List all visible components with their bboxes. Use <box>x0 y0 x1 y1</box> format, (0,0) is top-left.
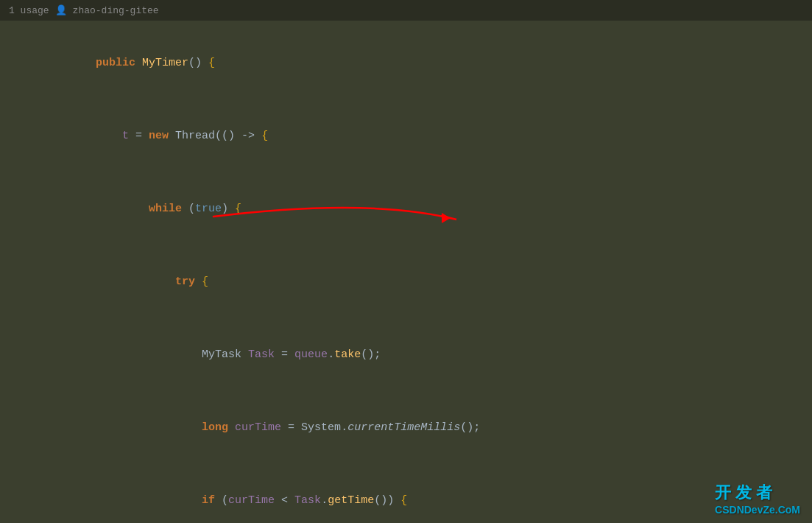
watermark-line1: 开 发 者 <box>715 482 800 504</box>
code-line-7: if (curTime < Task.getTime()) { <box>0 464 812 523</box>
watermark-line2: CSDNDevZe.CoM <box>715 504 800 516</box>
code-line-4: try { <box>0 245 812 318</box>
usage-label: 1 usage <box>9 5 49 16</box>
code-line-3: while (true) { <box>0 172 812 245</box>
code-editor: public MyTimer() { t = new Thread(() -> … <box>0 21 812 523</box>
code-line-2: t = new Thread(() -> { <box>0 99 812 172</box>
top-bar: 1 usage 👤 zhao-ding-gitee <box>0 0 812 21</box>
line-content-7: if (curTime < Task.getTime()) { <box>44 464 812 523</box>
line-content-4: try { <box>44 245 812 318</box>
line-content-6: long curTime = System.currentTimeMillis(… <box>44 391 812 464</box>
code-line-1: public MyTimer() { <box>0 27 812 99</box>
code-line-6: long curTime = System.currentTimeMillis(… <box>0 391 812 464</box>
line-content-3: while (true) { <box>44 172 812 245</box>
line-content-2: t = new Thread(() -> { <box>44 99 812 172</box>
code-line-5: MyTask Task = queue.take(); <box>0 318 812 391</box>
line-content-1: public MyTimer() { <box>44 27 812 99</box>
user-icon: 👤 <box>55 4 67 16</box>
user-label: zhao-ding-gitee <box>73 5 159 16</box>
line-content-5: MyTask Task = queue.take(); <box>44 318 812 391</box>
watermark: 开 发 者 CSDNDevZe.CoM <box>715 482 800 516</box>
